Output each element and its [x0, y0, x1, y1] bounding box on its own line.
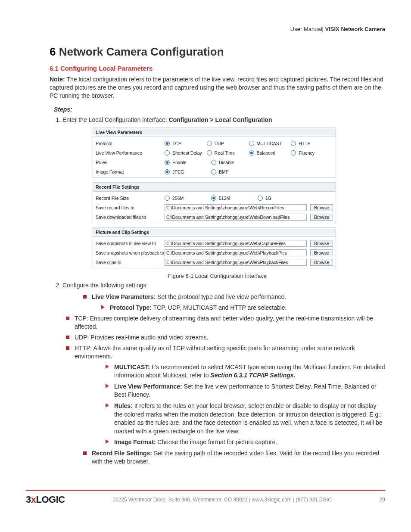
panel-header-picture: Picture and Clip Settings	[93, 227, 336, 236]
browse-snap-live-button[interactable]: Browse	[310, 240, 333, 247]
bullet-protocols: TCP: Ensures complete delivery of stream…	[62, 314, 385, 447]
footer-rule	[26, 490, 385, 491]
footer-address: 10225 Westmoor Drive, Suite 300, Westmin…	[112, 497, 332, 503]
section-number: 6.1	[50, 65, 59, 72]
radio-1g[interactable]	[258, 196, 263, 201]
snap-live-input[interactable]: C:\Documents and Settings\zhongqiuyue\We…	[165, 240, 307, 247]
radio-rules-disable[interactable]	[211, 160, 216, 165]
panel-body-picture: Save snapshots in live view to C:\Docume…	[93, 236, 336, 268]
radio-multicast[interactable]	[249, 141, 254, 146]
radio-http[interactable]	[291, 141, 296, 146]
figure-caption: Figure 6-1 Local Configuration Interface	[50, 273, 385, 279]
page-header: User Manual| VISIX Network Camera	[50, 26, 385, 32]
bullet-recfile: Record File Settings: Set the saving pat…	[80, 449, 385, 466]
step1-prefix: Enter the Local Configuration interface:	[62, 116, 169, 123]
browse-record-button[interactable]: Browse	[310, 204, 333, 211]
radio-udp[interactable]	[207, 141, 212, 146]
radio-rules-enable[interactable]	[165, 160, 170, 165]
snap-pb-label: Save snapshots when playback to	[96, 250, 165, 255]
radio-shortest-delay[interactable]	[165, 150, 170, 156]
rules-label: Rules	[96, 160, 165, 165]
steps-label: Steps:	[54, 106, 385, 113]
snap-live-label: Save snapshots in live view to	[96, 241, 165, 246]
snap-pb-input[interactable]: C:\Documents and Settings\zhongqiuyue\We…	[165, 249, 307, 256]
radio-real-time[interactable]	[207, 150, 212, 156]
save-download-input[interactable]: C:\Documents and Settings\zhongqiuyue\We…	[165, 214, 307, 221]
save-record-input[interactable]: C:\Documents and Settings\zhongqiuyue\We…	[165, 204, 307, 211]
note-paragraph: Note: The local configuration refers to …	[50, 75, 385, 100]
browse-download-button[interactable]: Browse	[310, 214, 333, 221]
clips-input[interactable]: C:\Documents and Settings\zhongqiuyue\We…	[165, 259, 307, 266]
step-2: Configure the following settings:	[62, 282, 385, 289]
bullet-imgfmt: Image Format: Choose the image format fo…	[105, 438, 385, 447]
panel-header-liveview: Live View Parameters	[93, 128, 336, 137]
header-right: VISIX Network Camera	[324, 26, 385, 32]
browse-clips-button[interactable]: Browse	[310, 259, 333, 266]
radio-fluency[interactable]	[291, 150, 296, 156]
section-heading: 6.1 Configuring Local Parameters	[50, 65, 385, 72]
browse-snap-pb-button[interactable]: Browse	[310, 249, 333, 256]
radio-bmp[interactable]	[211, 169, 216, 174]
steps-list: Enter the Local Configuration interface:…	[62, 116, 385, 123]
panel-body-record: Record File Size 256M 512M 1G Save recor…	[93, 191, 336, 223]
step1-path: Configuration > Local Configuration	[169, 116, 272, 123]
chapter-number: 6	[50, 45, 56, 58]
bullet-udp: UDP: Provides real-time audio and video …	[62, 333, 385, 342]
save-download-label: Save downloaded files to	[96, 215, 165, 220]
chapter-title: Network Camera Configuration	[59, 45, 224, 58]
save-record-label: Save record files to	[96, 205, 165, 210]
bullet-lvp: Live View Performance: Set the live view…	[105, 383, 385, 399]
page-number: 29	[380, 497, 385, 503]
bullet-liveview-params: Live View Parameters: Set the protocol t…	[80, 293, 385, 312]
config-panel: Live View Parameters Protocol TCP UDP MU…	[93, 128, 336, 268]
page-footer: 3xLOGIC 10225 Westmoor Drive, Suite 300,…	[0, 494, 411, 510]
bullet-recfile-wrap: Record File Settings: Set the saving pat…	[80, 449, 385, 466]
clips-label: Save clips to	[96, 260, 165, 265]
bullet-protocol-type: Protocol Type: TCP, UDP, MULTICAST and H…	[100, 304, 385, 312]
radio-tcp[interactable]	[165, 141, 170, 146]
bullet-lv1: Live View Parameters: Set the protocol t…	[80, 293, 385, 312]
note-label: Note:	[50, 76, 65, 83]
header-left: User Manual|	[290, 26, 324, 32]
bullet-http: HTTP: Allows the same quality as of TCP …	[62, 344, 385, 447]
bullet-rules: Rules: It refers to the rules on your lo…	[105, 402, 385, 436]
step-1: Enter the Local Configuration interface:…	[62, 116, 385, 123]
rfs-label: Record File Size	[96, 196, 165, 201]
steps-list-2: Configure the following settings:	[62, 282, 385, 289]
radio-256m[interactable]	[165, 196, 170, 201]
imgfmt-label: Image Format	[96, 169, 165, 174]
radio-balanced[interactable]	[249, 150, 254, 156]
logo: 3xLOGIC	[26, 494, 65, 505]
section-title: Configuring Local Parameters	[60, 65, 153, 72]
note-text: The local configuration refers to the pa…	[50, 76, 383, 99]
radio-jpeg[interactable]	[165, 169, 170, 174]
protocol-label: Protocol	[96, 141, 165, 146]
chapter-heading: 6 Network Camera Configuration	[50, 45, 385, 59]
panel-header-record: Record File Settings	[93, 182, 336, 191]
bullet-tcp: TCP: Ensures complete delivery of stream…	[62, 314, 385, 331]
panel-body-liveview: Protocol TCP UDP MULTICAST HTTP Live Vie…	[93, 137, 336, 178]
radio-512m[interactable]	[211, 196, 216, 201]
lvp-label: Live View Performance	[96, 150, 165, 156]
bullet-multicast: MULTICAST: It's recommended to select MC…	[105, 363, 385, 380]
